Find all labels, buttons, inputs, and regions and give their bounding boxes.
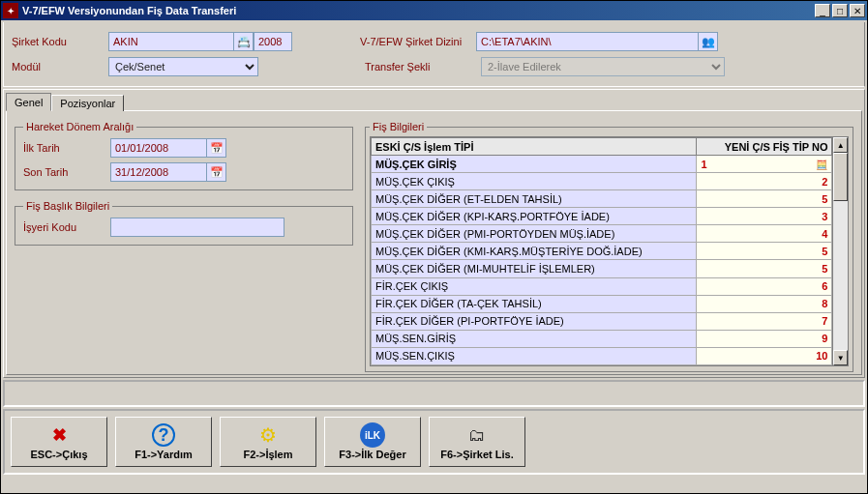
app-icon: ✦ [3,3,18,18]
col-yeni-fis-tip-no[interactable]: YENİ Ç/S FİŞ TİP NO [697,138,832,156]
cell-islem-tipi[interactable]: MÜŞ.ÇEK DİĞER (KPI-KARŞ.PORTFÖYE İADE) [372,208,697,225]
sirket-kodu-input[interactable] [108,32,234,51]
esc-label: ESC->Çıkış [31,449,88,460]
f1-label: F1->Yardım [135,449,193,460]
table-row[interactable]: MÜŞ.ÇEK ÇIKIŞ2 [372,173,832,190]
cell-fis-tip-no[interactable]: 10 [697,347,832,364]
modul-select[interactable]: Çek/Senet [108,57,258,76]
hareket-donem-fieldset: Hareket Dönem Aralığı İlk Tarih 📅 Son Ta… [15,121,353,190]
table-row[interactable]: MÜŞ.SEN.ÇIKIŞ10 [372,347,832,364]
fis-bilgileri-legend: Fiş Bilgileri [370,121,427,132]
cell-islem-tipi[interactable]: MÜŞ.SEN.GİRİŞ [372,330,697,347]
sirket-yil-input[interactable] [254,32,292,51]
help-icon: ? [152,423,175,447]
cell-fis-tip-no[interactable]: 3 [697,208,832,225]
sirket-dizini-input[interactable] [476,32,699,51]
cell-fis-tip-no[interactable]: 5 [697,260,832,277]
cell-fis-tip-no[interactable]: 9 [697,330,832,347]
ilk-tarih-calendar-icon[interactable]: 📅 [207,138,226,158]
cell-fis-tip-no[interactable]: 4 [697,225,832,243]
cell-islem-tipi[interactable]: MÜŞ.ÇEK GİRİŞ [372,156,697,173]
tab-container: Genel Pozisyonlar Hareket Dönem Aralığı … [3,89,865,378]
fis-bilgileri-grid[interactable]: ESKİ Ç/S İşlem TİPİ YENİ Ç/S FİŞ TİP NO … [371,137,832,365]
cell-fis-tip-no[interactable]: 5 [697,243,832,260]
cell-fis-tip-no[interactable]: 1🧮 [697,156,832,173]
button-bar: ✖ ESC->Çıkış ? F1->Yardım ⚙ F2->İşlem iL… [3,409,865,475]
minimize-button[interactable]: _ [815,4,830,17]
table-row[interactable]: MÜŞ.ÇEK DİĞER (PMI-PORTÖYDEN MÜŞ.İADE)4 [372,225,832,243]
table-row[interactable]: MÜŞ.ÇEK DİĞER (MI-MUHTELİF İŞLEMLER)5 [372,260,832,277]
table-row[interactable]: MÜŞ.ÇEK DİĞER (KPI-KARŞ.PORTFÖYE İADE)3 [372,208,832,225]
cell-fis-tip-no[interactable]: 2 [697,173,832,190]
sirket-kodu-lookup-icon[interactable]: 📇 [234,32,254,51]
fis-baslik-fieldset: Fiş Başlık Bilgileri İşyeri Kodu [15,200,353,246]
modul-label: Modül [12,61,108,73]
table-row[interactable]: FİR.ÇEK ÇIKIŞ6 [372,277,832,295]
sirket-kodu-label: Şirket Kodu [12,36,108,47]
close-x-icon: ✖ [52,424,67,446]
table-row[interactable]: MÜŞ.SEN.GİRİŞ9 [372,330,832,347]
son-tarih-input[interactable] [110,162,207,182]
son-tarih-calendar-icon[interactable]: 📅 [207,162,226,182]
scroll-down-icon[interactable]: ▼ [833,350,848,365]
cell-islem-tipi[interactable]: FİR.ÇEK DİĞER (PI-PORTFÖYE İADE) [372,312,697,330]
f1-yardim-button[interactable]: ? F1->Yardım [115,417,212,467]
hareket-donem-legend: Hareket Dönem Aralığı [23,121,136,132]
sirket-dizini-browse-icon[interactable]: 👥 [699,32,718,51]
f6-sirket-lis-button[interactable]: 🗂 F6->Şirket Lis. [429,417,525,467]
table-row[interactable]: FİR.ÇEK DİĞER (PI-PORTFÖYE İADE)7 [372,312,832,330]
isyeri-kodu-label: İşyeri Kodu [23,221,110,233]
transfer-sekli-label: Transfer Şekli [365,61,481,73]
fis-baslik-legend: Fiş Başlık Bilgileri [23,200,112,212]
table-row[interactable]: MÜŞ.ÇEK DİĞER (KMI-KARŞ.MÜŞTERİYE DOĞ.İA… [372,243,832,260]
maximize-button[interactable]: □ [832,4,848,17]
cell-islem-tipi[interactable]: MÜŞ.ÇEK DİĞER (KMI-KARŞ.MÜŞTERİYE DOĞ.İA… [372,243,697,260]
f2-islem-button[interactable]: ⚙ F2->İşlem [220,417,316,467]
tab-genel[interactable]: Genel [6,93,51,111]
cell-fis-tip-no[interactable]: 7 [697,312,832,330]
cell-islem-tipi[interactable]: FİR.ÇEK DİĞER (TA-ÇEK TAHSİL) [372,295,697,312]
cell-islem-tipi[interactable]: MÜŞ.ÇEK ÇIKIŞ [372,173,697,190]
col-eski-islem-tipi[interactable]: ESKİ Ç/S İşlem TİPİ [372,138,697,156]
son-tarih-label: Son Tarih [23,166,110,178]
window-title: V-7/EFW Versiyonundan Fiş Data Transferi [22,5,813,16]
table-row[interactable]: MÜŞ.ÇEK GİRİŞ1🧮 [372,156,832,173]
spacer-bar [3,380,865,407]
f3-label: F3->İlk Değer [339,449,405,460]
grid-scrollbar[interactable]: ▲ ▼ [832,137,848,365]
scroll-up-icon[interactable]: ▲ [833,137,848,153]
transfer-sekli-select[interactable]: 2-İlave Edilerek [481,57,725,76]
gear-icon: ⚙ [259,423,277,447]
ilk-tarih-label: İlk Tarih [23,142,110,154]
tab-pozisyonlar[interactable]: Pozisyonlar [51,95,124,111]
isyeri-kodu-input[interactable] [110,218,284,237]
sirket-dizini-label: V-7/EFW Şirket Dizini [360,36,476,47]
table-row[interactable]: FİR.ÇEK DİĞER (TA-ÇEK TAHSİL)8 [372,295,832,312]
cell-calc-icon[interactable]: 🧮 [816,160,827,170]
esc-cikis-button[interactable]: ✖ ESC->Çıkış [11,417,107,467]
ilk-icon: iLK [360,422,385,448]
cell-islem-tipi[interactable]: MÜŞ.ÇEK DİĞER (ET-ELDEN TAHSİL) [372,190,697,208]
cell-islem-tipi[interactable]: MÜŞ.SEN.ÇIKIŞ [372,347,697,364]
cell-islem-tipi[interactable]: MÜŞ.ÇEK DİĞER (PMI-PORTÖYDEN MÜŞ.İADE) [372,225,697,243]
cell-islem-tipi[interactable]: FİR.ÇEK ÇIKIŞ [372,277,697,295]
cell-fis-tip-no[interactable]: 8 [697,295,832,312]
list-icon: 🗂 [468,425,486,446]
f3-ilk-deger-button[interactable]: iLK F3->İlk Değer [324,417,421,467]
fis-bilgileri-fieldset: Fiş Bilgileri ESKİ Ç/S İşlem TİPİ YENİ Ç… [365,121,853,372]
close-button[interactable]: ✕ [850,4,865,17]
titlebar: ✦ V-7/EFW Versiyonundan Fiş Data Transfe… [1,1,867,20]
scroll-thumb[interactable] [833,153,848,201]
cell-fis-tip-no[interactable]: 5 [697,190,832,208]
cell-fis-tip-no[interactable]: 6 [697,277,832,295]
f6-label: F6->Şirket Lis. [440,449,514,460]
cell-islem-tipi[interactable]: MÜŞ.ÇEK DİĞER (MI-MUHTELİF İŞLEMLER) [372,260,697,277]
ilk-tarih-input[interactable] [110,138,207,158]
table-row[interactable]: MÜŞ.ÇEK DİĞER (ET-ELDEN TAHSİL)5 [372,190,832,208]
top-form: Şirket Kodu 📇 V-7/EFW Şirket Dizini 👥 Mo… [3,22,865,87]
f2-label: F2->İşlem [243,449,292,460]
